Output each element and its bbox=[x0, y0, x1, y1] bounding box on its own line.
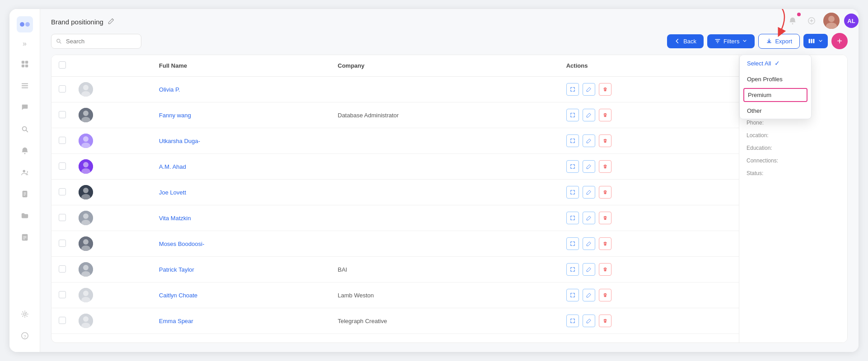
row-name-link[interactable]: Vita Matzkin bbox=[159, 215, 191, 222]
user-badge[interactable]: AL bbox=[844, 14, 859, 28]
action-delete-icon[interactable] bbox=[599, 315, 611, 327]
row-checkbox[interactable] bbox=[59, 85, 66, 93]
action-expand-icon[interactable] bbox=[566, 109, 579, 121]
add-contact-button[interactable]: + bbox=[831, 33, 848, 49]
action-delete-icon[interactable] bbox=[599, 83, 611, 96]
row-checkbox-cell bbox=[51, 128, 73, 154]
notification-bell[interactable] bbox=[785, 14, 800, 28]
row-company-cell: Database Administrator bbox=[332, 102, 561, 128]
action-expand-icon[interactable] bbox=[566, 289, 579, 301]
action-expand-icon[interactable] bbox=[566, 237, 579, 250]
dropdown-other[interactable]: Other bbox=[740, 103, 811, 119]
svg-point-41 bbox=[83, 111, 89, 116]
action-expand-icon[interactable] bbox=[566, 212, 579, 224]
action-delete-icon[interactable] bbox=[599, 186, 611, 199]
sidebar-item-grid[interactable] bbox=[16, 55, 34, 73]
row-avatar-cell bbox=[73, 128, 154, 154]
action-edit-icon[interactable] bbox=[583, 160, 595, 173]
row-name-link[interactable]: Utkarsha Duga- bbox=[159, 138, 200, 144]
action-expand-icon[interactable] bbox=[566, 263, 579, 276]
row-checkbox[interactable] bbox=[59, 111, 66, 118]
row-checkbox[interactable] bbox=[59, 162, 66, 170]
action-edit-icon[interactable] bbox=[583, 83, 595, 96]
table-container: Full Name Company Actions Olivia P. bbox=[51, 55, 848, 343]
app-logo[interactable] bbox=[17, 16, 33, 32]
row-company-cell: Lamb Weston bbox=[332, 282, 561, 308]
search-input[interactable] bbox=[51, 34, 141, 49]
dropdown-premium[interactable]: Premium bbox=[743, 88, 807, 102]
page-edit-icon[interactable] bbox=[108, 18, 114, 26]
svg-rect-36 bbox=[813, 39, 814, 43]
filters-button[interactable]: Filters bbox=[707, 34, 755, 48]
row-checkbox[interactable] bbox=[59, 240, 66, 247]
action-expand-icon[interactable] bbox=[566, 134, 579, 147]
page-header: Brand positioning bbox=[51, 18, 848, 26]
action-delete-icon[interactable] bbox=[599, 134, 611, 147]
action-delete-icon[interactable] bbox=[599, 160, 611, 173]
row-avatar bbox=[79, 288, 93, 302]
col-avatar-header bbox=[73, 55, 154, 77]
user-avatar-photo[interactable] bbox=[823, 13, 840, 29]
row-checkbox[interactable] bbox=[59, 265, 66, 273]
sidebar-item-help[interactable]: ? bbox=[16, 327, 34, 345]
action-expand-icon[interactable] bbox=[566, 83, 579, 96]
sidebar-item-search[interactable] bbox=[16, 120, 34, 138]
action-edit-icon[interactable] bbox=[583, 212, 595, 224]
action-expand-icon[interactable] bbox=[566, 160, 579, 173]
row-name-link[interactable]: Fanny wang bbox=[159, 112, 191, 119]
row-checkbox[interactable] bbox=[59, 137, 66, 144]
sidebar-collapse-icon[interactable]: » bbox=[23, 40, 27, 48]
sidebar-item-chat[interactable] bbox=[16, 98, 34, 116]
add-header-icon[interactable] bbox=[804, 14, 819, 28]
svg-rect-9 bbox=[21, 88, 28, 88]
col-company-header: Company bbox=[332, 55, 561, 77]
main-content: AL Brand positioning bbox=[40, 9, 859, 352]
back-button[interactable]: Back bbox=[667, 34, 704, 48]
row-name-cell: A.M. Ahad bbox=[154, 154, 332, 180]
row-checkbox[interactable] bbox=[59, 188, 66, 195]
action-delete-icon[interactable] bbox=[599, 237, 611, 250]
row-avatar bbox=[79, 159, 93, 174]
action-edit-icon[interactable] bbox=[583, 109, 595, 121]
table-wrap: Full Name Company Actions Olivia P. bbox=[51, 55, 739, 342]
sidebar-item-list[interactable] bbox=[16, 77, 34, 95]
action-delete-icon[interactable] bbox=[599, 212, 611, 224]
sidebar-item-settings[interactable] bbox=[16, 305, 34, 323]
row-name-link[interactable]: Emma Spear bbox=[159, 318, 193, 324]
dropdown-open-profiles[interactable]: Open Profiles bbox=[740, 71, 811, 87]
row-checkbox[interactable] bbox=[59, 214, 66, 221]
row-checkbox[interactable] bbox=[59, 317, 66, 324]
row-checkbox[interactable] bbox=[59, 291, 66, 298]
action-delete-icon[interactable] bbox=[599, 263, 611, 276]
action-edit-icon[interactable] bbox=[583, 289, 595, 301]
sidebar-item-contacts[interactable] bbox=[16, 163, 34, 181]
action-edit-icon[interactable] bbox=[583, 134, 595, 147]
action-edit-icon[interactable] bbox=[583, 263, 595, 276]
columns-button[interactable] bbox=[803, 34, 828, 48]
row-name-link[interactable]: A.M. Ahad bbox=[159, 163, 186, 170]
svg-rect-3 bbox=[21, 61, 24, 64]
back-icon bbox=[674, 38, 681, 44]
dropdown-select-all[interactable]: Select All ✓ bbox=[740, 55, 811, 71]
columns-chevron-icon bbox=[818, 38, 823, 44]
sidebar-item-folder[interactable] bbox=[16, 207, 34, 225]
row-name-link[interactable]: Joe Lovett bbox=[159, 189, 186, 196]
row-checkbox-cell bbox=[51, 257, 73, 282]
row-name-link[interactable]: Olivia P. bbox=[159, 86, 180, 93]
action-edit-icon[interactable] bbox=[583, 315, 595, 327]
action-edit-icon[interactable] bbox=[583, 186, 595, 199]
action-delete-icon[interactable] bbox=[599, 109, 611, 121]
action-expand-icon[interactable] bbox=[566, 315, 579, 327]
row-name-link[interactable]: Caitlyn Choate bbox=[159, 292, 197, 299]
action-delete-icon[interactable] bbox=[599, 289, 611, 301]
sidebar-item-document[interactable] bbox=[16, 185, 34, 203]
action-edit-icon[interactable] bbox=[583, 237, 595, 250]
sidebar-item-bell[interactable] bbox=[16, 142, 34, 160]
select-all-checkbox[interactable] bbox=[59, 61, 66, 69]
row-name-link[interactable]: Patrick Taylor bbox=[159, 266, 194, 273]
export-button[interactable]: Export bbox=[758, 34, 800, 49]
row-name-link[interactable]: Moses Boodoosi- bbox=[159, 241, 204, 247]
table-row: Olivia P. bbox=[51, 77, 739, 102]
sidebar-item-report[interactable] bbox=[16, 228, 34, 246]
action-expand-icon[interactable] bbox=[566, 186, 579, 199]
